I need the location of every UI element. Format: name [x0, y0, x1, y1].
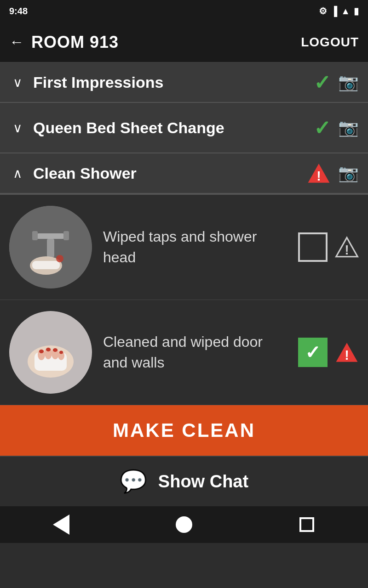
status-bar: 9:48 ⚙ ▐ ▲ ▮: [0, 0, 368, 22]
svg-text:!: !: [345, 243, 349, 257]
back-button[interactable]: ←: [9, 34, 24, 51]
svg-point-20: [39, 350, 44, 353]
bottom-nav: [0, 506, 368, 543]
first-impressions-label: First Impressions: [33, 73, 306, 92]
svg-rect-8: [32, 261, 60, 269]
room-title: ROOM 913: [31, 33, 119, 52]
svg-rect-5: [32, 231, 38, 240]
nav-home-button[interactable]: [170, 511, 198, 538]
svg-rect-6: [63, 231, 69, 240]
signal-icon: ▲: [341, 6, 350, 17]
task-wipe-taps-image: [9, 206, 92, 288]
queen-bed-section[interactable]: ∨ Queen Bed Sheet Change ✓ 📷: [0, 103, 368, 153]
nav-home-icon: [176, 516, 192, 533]
clean-shower-tasks: Wiped taps and shower head !: [0, 195, 368, 405]
task-wipe-taps-warning: !: [335, 235, 359, 259]
task-clean-door-text: Cleaned and wiped door and walls: [103, 332, 287, 373]
top-nav: ← ROOM 913 LOGOUT: [0, 22, 368, 62]
svg-text:!: !: [345, 348, 349, 362]
clean-shower-label: Clean Shower: [33, 164, 299, 183]
first-impressions-camera-icon[interactable]: 📷: [338, 73, 359, 92]
tap-photo: [9, 206, 92, 288]
svg-point-9: [56, 255, 63, 262]
task-clean-door: Cleaned and wiped door and walls !: [0, 300, 368, 405]
nav-recent-icon: [299, 517, 314, 532]
nav-back-button[interactable]: [47, 511, 75, 538]
task-clean-door-warning: !: [335, 340, 359, 364]
sim-icon: ▐: [331, 6, 337, 17]
task-wipe-taps-actions: !: [298, 232, 359, 262]
queen-bed-label: Queen Bed Sheet Change: [33, 119, 306, 137]
clean-shower-camera-icon[interactable]: 📷: [338, 164, 359, 183]
status-icons: ⚙ ▐ ▲ ▮: [319, 6, 359, 17]
nav-back-icon: [53, 514, 69, 535]
task-clean-door-actions: !: [298, 338, 359, 367]
task-wipe-taps-text: Wiped taps and shower head: [103, 226, 287, 268]
clean-shower-warning-icon: !: [307, 161, 331, 185]
chat-icon: 💬: [120, 469, 147, 494]
nav-left: ← ROOM 913: [9, 33, 119, 52]
clean-shower-section[interactable]: ∧ Clean Shower ! 📷: [0, 153, 368, 194]
svg-point-21: [46, 348, 51, 351]
queen-bed-check: ✓: [314, 116, 331, 140]
first-impressions-section[interactable]: ∨ First Impressions ✓ 📷: [0, 62, 368, 103]
battery-icon: ▮: [354, 6, 359, 17]
svg-rect-3: [37, 233, 64, 239]
queen-bed-chevron: ∨: [9, 120, 26, 136]
first-impressions-chevron: ∨: [9, 75, 26, 90]
svg-text:!: !: [316, 169, 321, 183]
task-wipe-taps: Wiped taps and shower head !: [0, 195, 368, 300]
task-clean-door-image: [9, 311, 92, 394]
make-clean-label: MAKE CLEAN: [113, 419, 255, 441]
queen-bed-camera-icon[interactable]: 📷: [338, 118, 359, 137]
logout-button[interactable]: LOGOUT: [301, 35, 359, 50]
make-clean-button[interactable]: MAKE CLEAN: [0, 405, 368, 456]
svg-point-22: [53, 348, 58, 352]
svg-point-23: [59, 351, 63, 354]
show-chat-bar[interactable]: 💬 Show Chat: [0, 456, 368, 506]
settings-icon: ⚙: [319, 6, 327, 17]
svg-rect-4: [47, 239, 54, 257]
first-impressions-check: ✓: [314, 71, 331, 94]
clean-shower-chevron: ∧: [9, 166, 26, 181]
task-wipe-taps-checkbox[interactable]: [298, 232, 328, 262]
nav-recent-button[interactable]: [293, 511, 321, 538]
task-clean-door-checkbox[interactable]: [298, 338, 328, 367]
time-display: 9:48: [9, 6, 28, 17]
show-chat-label: Show Chat: [158, 472, 248, 492]
wipe-photo: [9, 311, 92, 394]
